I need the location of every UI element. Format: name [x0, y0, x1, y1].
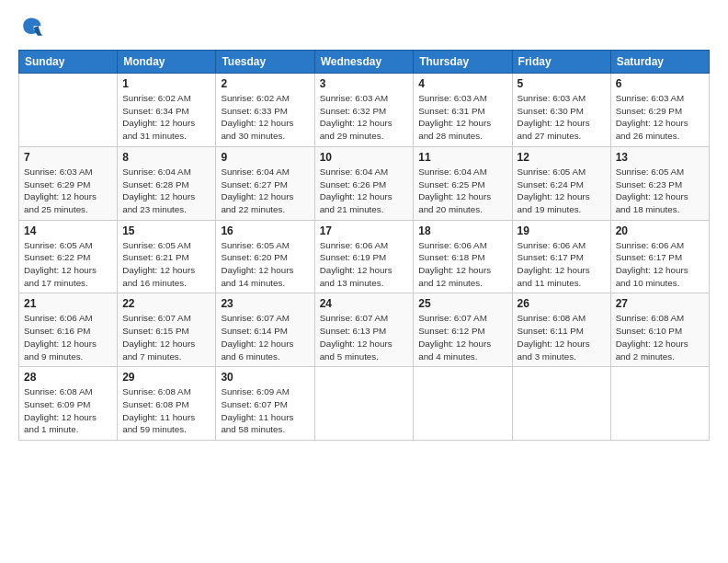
- calendar-cell: [19, 74, 118, 147]
- day-info: Sunrise: 6:03 AM Sunset: 6:32 PM Dayligh…: [320, 92, 409, 143]
- day-info: Sunrise: 6:06 AM Sunset: 6:17 PM Dayligh…: [616, 239, 704, 290]
- day-info: Sunrise: 6:09 AM Sunset: 6:07 PM Dayligh…: [221, 385, 309, 436]
- day-number: 23: [221, 297, 309, 310]
- week-row-4: 21Sunrise: 6:06 AM Sunset: 6:16 PM Dayli…: [19, 293, 710, 367]
- day-number: 1: [122, 77, 210, 90]
- calendar-cell: 19Sunrise: 6:06 AM Sunset: 6:17 PM Dayli…: [512, 220, 610, 293]
- day-info: Sunrise: 6:08 AM Sunset: 6:11 PM Dayligh…: [518, 312, 606, 362]
- week-row-5: 28Sunrise: 6:08 AM Sunset: 6:09 PM Dayli…: [19, 367, 710, 441]
- day-info: Sunrise: 6:03 AM Sunset: 6:29 PM Dayligh…: [616, 92, 704, 143]
- calendar-cell: 20Sunrise: 6:06 AM Sunset: 6:17 PM Dayli…: [610, 220, 709, 293]
- calendar-cell: 2Sunrise: 6:02 AM Sunset: 6:33 PM Daylig…: [216, 74, 314, 147]
- calendar-cell: [610, 367, 709, 441]
- day-info: Sunrise: 6:02 AM Sunset: 6:34 PM Dayligh…: [122, 92, 210, 143]
- day-info: Sunrise: 6:04 AM Sunset: 6:28 PM Dayligh…: [122, 166, 210, 216]
- calendar-cell: 26Sunrise: 6:08 AM Sunset: 6:11 PM Dayli…: [512, 293, 610, 367]
- day-number: 26: [518, 297, 606, 310]
- calendar-cell: 27Sunrise: 6:08 AM Sunset: 6:10 PM Dayli…: [610, 293, 709, 367]
- day-info: Sunrise: 6:02 AM Sunset: 6:33 PM Dayligh…: [221, 92, 309, 143]
- day-number: 14: [24, 224, 112, 237]
- day-info: Sunrise: 6:03 AM Sunset: 6:29 PM Dayligh…: [24, 166, 112, 216]
- logo: [18, 15, 48, 40]
- calendar-cell: 5Sunrise: 6:03 AM Sunset: 6:30 PM Daylig…: [512, 74, 610, 147]
- day-number: 29: [122, 371, 210, 384]
- day-number: 17: [320, 224, 409, 237]
- calendar-cell: 9Sunrise: 6:04 AM Sunset: 6:27 PM Daylig…: [216, 146, 314, 220]
- calendar-cell: 4Sunrise: 6:03 AM Sunset: 6:31 PM Daylig…: [414, 74, 512, 147]
- week-row-1: 1Sunrise: 6:02 AM Sunset: 6:34 PM Daylig…: [19, 74, 710, 147]
- day-number: 21: [24, 297, 112, 310]
- day-number: 5: [518, 77, 606, 90]
- calendar-cell: 18Sunrise: 6:06 AM Sunset: 6:18 PM Dayli…: [414, 220, 512, 293]
- day-info: Sunrise: 6:05 AM Sunset: 6:24 PM Dayligh…: [518, 166, 606, 216]
- day-number: 20: [616, 224, 704, 237]
- column-header-tuesday: Tuesday: [216, 51, 314, 74]
- calendar-cell: 16Sunrise: 6:05 AM Sunset: 6:20 PM Dayli…: [216, 220, 314, 293]
- day-number: 18: [418, 224, 506, 237]
- day-info: Sunrise: 6:05 AM Sunset: 6:22 PM Dayligh…: [24, 239, 112, 290]
- calendar-table: SundayMondayTuesdayWednesdayThursdayFrid…: [18, 50, 710, 441]
- calendar-cell: [414, 367, 512, 441]
- calendar-cell: [512, 367, 610, 441]
- column-header-friday: Friday: [512, 51, 610, 74]
- header-row: SundayMondayTuesdayWednesdayThursdayFrid…: [19, 51, 710, 74]
- calendar-cell: 12Sunrise: 6:05 AM Sunset: 6:24 PM Dayli…: [512, 146, 610, 220]
- calendar-cell: 6Sunrise: 6:03 AM Sunset: 6:29 PM Daylig…: [610, 74, 709, 147]
- calendar-cell: 13Sunrise: 6:05 AM Sunset: 6:23 PM Dayli…: [610, 146, 709, 220]
- calendar-cell: 11Sunrise: 6:04 AM Sunset: 6:25 PM Dayli…: [414, 146, 512, 220]
- day-number: 19: [518, 224, 606, 237]
- calendar-cell: 29Sunrise: 6:08 AM Sunset: 6:08 PM Dayli…: [118, 367, 216, 441]
- day-info: Sunrise: 6:08 AM Sunset: 6:09 PM Dayligh…: [24, 385, 112, 436]
- calendar-cell: 8Sunrise: 6:04 AM Sunset: 6:28 PM Daylig…: [118, 146, 216, 220]
- day-number: 13: [616, 151, 704, 164]
- day-info: Sunrise: 6:08 AM Sunset: 6:10 PM Dayligh…: [616, 312, 704, 362]
- day-number: 28: [24, 371, 112, 384]
- day-info: Sunrise: 6:07 AM Sunset: 6:13 PM Dayligh…: [320, 312, 409, 362]
- day-info: Sunrise: 6:06 AM Sunset: 6:18 PM Dayligh…: [418, 239, 506, 290]
- calendar-cell: 23Sunrise: 6:07 AM Sunset: 6:14 PM Dayli…: [216, 293, 314, 367]
- day-number: 9: [221, 151, 309, 164]
- week-row-2: 7Sunrise: 6:03 AM Sunset: 6:29 PM Daylig…: [19, 146, 710, 220]
- day-number: 6: [616, 77, 704, 90]
- day-info: Sunrise: 6:06 AM Sunset: 6:17 PM Dayligh…: [518, 239, 606, 290]
- day-info: Sunrise: 6:08 AM Sunset: 6:08 PM Dayligh…: [122, 385, 210, 436]
- calendar-cell: 17Sunrise: 6:06 AM Sunset: 6:19 PM Dayli…: [314, 220, 414, 293]
- calendar-cell: 30Sunrise: 6:09 AM Sunset: 6:07 PM Dayli…: [216, 367, 314, 441]
- day-info: Sunrise: 6:05 AM Sunset: 6:20 PM Dayligh…: [221, 239, 309, 290]
- day-info: Sunrise: 6:04 AM Sunset: 6:26 PM Dayligh…: [320, 166, 409, 216]
- day-info: Sunrise: 6:05 AM Sunset: 6:21 PM Dayligh…: [122, 239, 210, 290]
- day-number: 10: [320, 151, 409, 164]
- day-number: 27: [616, 297, 704, 310]
- day-number: 11: [418, 151, 506, 164]
- calendar-cell: 3Sunrise: 6:03 AM Sunset: 6:32 PM Daylig…: [314, 74, 414, 147]
- day-number: 7: [24, 151, 112, 164]
- day-info: Sunrise: 6:07 AM Sunset: 6:12 PM Dayligh…: [418, 312, 506, 362]
- day-info: Sunrise: 6:03 AM Sunset: 6:30 PM Dayligh…: [518, 92, 606, 143]
- day-number: 24: [320, 297, 409, 310]
- header: [18, 15, 710, 40]
- day-number: 3: [320, 77, 409, 90]
- calendar-cell: [314, 367, 414, 441]
- day-info: Sunrise: 6:04 AM Sunset: 6:25 PM Dayligh…: [418, 166, 506, 216]
- calendar-cell: 10Sunrise: 6:04 AM Sunset: 6:26 PM Dayli…: [314, 146, 414, 220]
- day-info: Sunrise: 6:04 AM Sunset: 6:27 PM Dayligh…: [221, 166, 309, 216]
- day-info: Sunrise: 6:06 AM Sunset: 6:19 PM Dayligh…: [320, 239, 409, 290]
- day-info: Sunrise: 6:07 AM Sunset: 6:14 PM Dayligh…: [221, 312, 309, 362]
- calendar-header: SundayMondayTuesdayWednesdayThursdayFrid…: [19, 51, 710, 74]
- calendar-cell: 21Sunrise: 6:06 AM Sunset: 6:16 PM Dayli…: [19, 293, 118, 367]
- calendar-cell: 22Sunrise: 6:07 AM Sunset: 6:15 PM Dayli…: [118, 293, 216, 367]
- column-header-saturday: Saturday: [610, 51, 709, 74]
- calendar-cell: 15Sunrise: 6:05 AM Sunset: 6:21 PM Dayli…: [118, 220, 216, 293]
- day-info: Sunrise: 6:05 AM Sunset: 6:23 PM Dayligh…: [616, 166, 704, 216]
- calendar-cell: 14Sunrise: 6:05 AM Sunset: 6:22 PM Dayli…: [19, 220, 118, 293]
- day-number: 4: [418, 77, 506, 90]
- day-number: 15: [122, 224, 210, 237]
- day-number: 30: [221, 371, 309, 384]
- logo-icon: [18, 15, 44, 40]
- column-header-monday: Monday: [118, 51, 216, 74]
- day-number: 22: [122, 297, 210, 310]
- page: SundayMondayTuesdayWednesdayThursdayFrid…: [0, 0, 728, 563]
- day-info: Sunrise: 6:03 AM Sunset: 6:31 PM Dayligh…: [418, 92, 506, 143]
- column-header-wednesday: Wednesday: [314, 51, 414, 74]
- column-header-sunday: Sunday: [19, 51, 118, 74]
